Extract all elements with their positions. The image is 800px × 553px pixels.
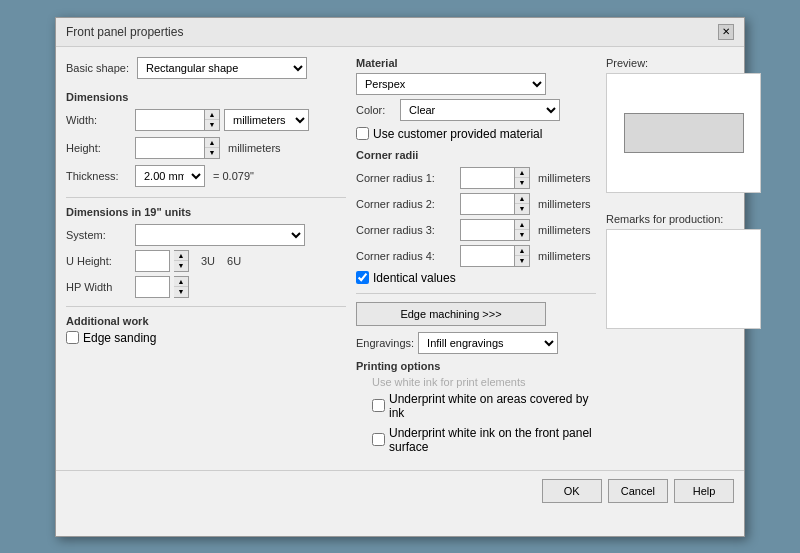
u-val-6u: 6U [227,255,241,267]
width-spin-down[interactable]: ▼ [205,120,219,130]
cr2-spin-down[interactable]: ▼ [515,204,529,214]
corner-radius-3-label: Corner radius 3: [356,224,456,236]
ok-button[interactable]: OK [542,479,602,503]
thickness-equals: = 0.079" [213,170,254,182]
dialog-title: Front panel properties [66,25,183,39]
corner-radius-2-spinner: 0.00 ▲ ▼ [460,193,530,215]
edge-sanding-checkbox[interactable] [66,331,79,344]
thickness-row: Thickness: 2.00 mm = 0.079" [66,165,346,187]
edge-sanding-label: Edge sanding [83,331,156,345]
middle-divider [356,293,596,294]
cr2-unit: millimeters [538,198,591,210]
corner-radius-4-row: Corner radius 4: 0.00 ▲ ▼ millimeters [356,245,596,267]
corner-radius-4-input[interactable]: 0.00 [460,245,515,267]
u-height-spinner-buttons: ▲ ▼ [174,250,189,272]
system-select[interactable] [135,224,305,246]
underprint1-label: Underprint white on areas covered by ink [389,392,596,420]
width-row: Width: 248.00 ▲ ▼ millimeters [66,109,346,131]
left-column: Basic shape: Rectangular shape Dimension… [66,57,346,460]
divider1 [66,197,346,198]
additional-title: Additional work [66,315,346,327]
corner-radius-1-spinner: 0.00 ▲ ▼ [460,167,530,189]
height-spinner: 76.00 ▲ ▼ [135,137,220,159]
basic-shape-row: Basic shape: Rectangular shape [66,57,346,79]
dimensions-section: Dimensions Width: 248.00 ▲ ▼ millimeters [66,91,346,187]
identical-values-label: Identical values [373,271,456,285]
cr4-spin-down[interactable]: ▼ [515,256,529,266]
underprint2-checkbox[interactable] [372,433,385,446]
hp-width-label: HP Width [66,281,131,293]
cr4-spin-up[interactable]: ▲ [515,246,529,256]
corner-radius-3-spinner: 0.00 ▲ ▼ [460,219,530,241]
height-spin-down[interactable]: ▼ [205,148,219,158]
height-row: Height: 76.00 ▲ ▼ millimeters [66,137,346,159]
width-spinner: 248.00 ▲ ▼ [135,109,220,131]
identical-values-checkbox[interactable] [356,271,369,284]
corner-radius-2-row: Corner radius 2: 0.00 ▲ ▼ millimeters [356,193,596,215]
u-height-label: U Height: [66,255,131,267]
material-section-label: Material [356,57,596,69]
edge-sanding-row: Edge sanding [66,331,346,345]
cr2-spin-up[interactable]: ▲ [515,194,529,204]
underprint1-checkbox[interactable] [372,399,385,412]
printing-title: Printing options [356,360,596,372]
corner-radius-1-label: Corner radius 1: [356,172,456,184]
preview-panel [624,113,744,153]
cr3-unit: millimeters [538,224,591,236]
height-input[interactable]: 76.00 [135,137,205,159]
underprint1-row: Underprint white on areas covered by ink [372,392,596,420]
engravings-select[interactable]: Infill engravings [418,332,558,354]
system-label: System: [66,229,131,241]
hp-width-spin-down[interactable]: ▼ [174,287,188,297]
use-customer-material-label: Use customer provided material [373,127,542,141]
material-select[interactable]: Perspex [356,73,546,95]
remarks-box[interactable] [606,229,761,329]
edge-machining-button[interactable]: Edge machining >>> [356,302,546,326]
hp-width-input[interactable]: 0 [135,276,170,298]
underprint2-label: Underprint white ink on the front panel … [389,426,596,454]
middle-column: Material Perspex Color: Clear Use custom… [356,57,596,460]
remarks-label: Remarks for production: [606,213,761,225]
hp-width-spin-up[interactable]: ▲ [174,277,188,287]
width-input[interactable]: 248.00 [135,109,205,131]
corner-radius-1-input[interactable]: 0.00 [460,167,515,189]
thickness-select[interactable]: 2.00 mm [135,165,205,187]
cr3-spin-down[interactable]: ▼ [515,230,529,240]
cancel-button[interactable]: Cancel [608,479,668,503]
width-unit-select[interactable]: millimeters [224,109,309,131]
corner-radius-1-row: Corner radius 1: 0.00 ▲ ▼ millimeters [356,167,596,189]
basic-shape-label: Basic shape: [66,62,131,74]
u-height-input[interactable]: 0 [135,250,170,272]
remarks-section: Remarks for production: [606,213,761,329]
basic-shape-select[interactable]: Rectangular shape [137,57,307,79]
height-spin-up[interactable]: ▲ [205,138,219,148]
system-row: System: [66,224,346,246]
preview-inner [607,74,760,192]
dimensions-19-section: Dimensions in 19" units System: U Height… [66,206,346,298]
corner-radius-3-row: Corner radius 3: 0.00 ▲ ▼ millimeters [356,219,596,241]
close-button[interactable]: ✕ [718,24,734,40]
preview-label: Preview: [606,57,761,69]
divider2 [66,306,346,307]
cr1-spin-down[interactable]: ▼ [515,178,529,188]
height-label: Height: [66,142,131,154]
color-select[interactable]: Clear [400,99,560,121]
u-height-spin-down[interactable]: ▼ [174,261,188,271]
use-customer-material-checkbox[interactable] [356,127,369,140]
help-button[interactable]: Help [674,479,734,503]
corner-radius-4-spinner-buttons: ▲ ▼ [515,245,530,267]
width-label: Width: [66,114,131,126]
title-bar: Front panel properties ✕ [56,18,744,47]
additional-section: Additional work Edge sanding [66,315,346,345]
cr1-spin-up[interactable]: ▲ [515,168,529,178]
corner-radius-2-input[interactable]: 0.00 [460,193,515,215]
width-spin-up[interactable]: ▲ [205,110,219,120]
cr3-spin-up[interactable]: ▲ [515,220,529,230]
u-val-3u: 3U [201,255,215,267]
corner-radius-4-label: Corner radius 4: [356,250,456,262]
corner-radius-4-spinner: 0.00 ▲ ▼ [460,245,530,267]
u-height-spin-up[interactable]: ▲ [174,251,188,261]
height-unit-label: millimeters [228,142,281,154]
corner-radius-3-input[interactable]: 0.00 [460,219,515,241]
corner-radius-1-spinner-buttons: ▲ ▼ [515,167,530,189]
